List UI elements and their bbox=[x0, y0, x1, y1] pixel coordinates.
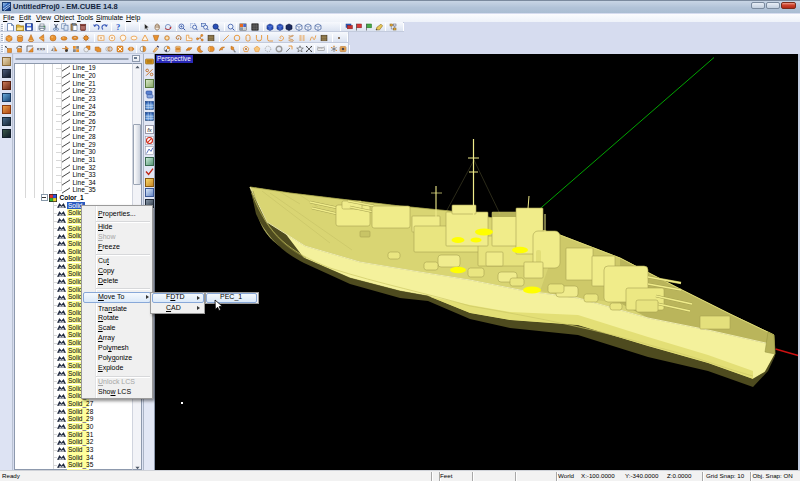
svg-text:×××: ××× bbox=[37, 46, 45, 52]
svg-text:?: ? bbox=[116, 23, 120, 31]
